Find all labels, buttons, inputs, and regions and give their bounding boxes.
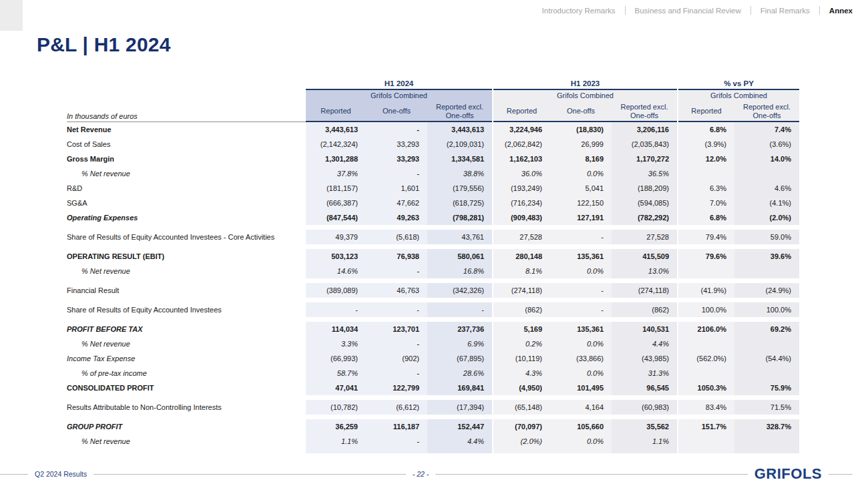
value-cell (734, 264, 799, 278)
table-row: % Net revenue14.6%-16.8%8.1%0.0%13.0% (67, 264, 799, 278)
table-row: % Net revenue37.8%-38.8%36.0%0.0%36.5% (67, 166, 799, 181)
table-row: Share of Results of Equity Accounted Inv… (67, 225, 799, 244)
value-cell (306, 449, 366, 453)
footer-rule (829, 474, 853, 475)
value-cell: 280,148 (493, 249, 550, 264)
value-cell: (274,118) (612, 283, 677, 298)
slide-footer: Q2 2024 Results - 22 - GRIFOLS (0, 465, 853, 483)
row-label: CONSOLIDATED PROFIT (67, 381, 306, 395)
value-cell: 26,999 (550, 137, 612, 152)
nav-business-financial-review[interactable]: Business and Financial Review (635, 7, 741, 15)
period-h1-2023: H1 2023 (493, 79, 677, 90)
subtitle-header-spacer (67, 90, 306, 101)
row-label (67, 449, 306, 463)
value-cell (734, 166, 799, 181)
footer-rule (93, 474, 406, 475)
value-cell: - (366, 366, 427, 381)
value-cell: 12.0% (678, 152, 734, 166)
value-cell: 122,799 (366, 381, 427, 395)
nav-divider (819, 6, 820, 15)
row-label: Net Revenue (67, 122, 306, 137)
value-cell: (181,157) (306, 181, 366, 196)
value-cell: 4.4% (612, 336, 677, 351)
value-cell (734, 434, 799, 449)
value-cell: 7.4% (734, 122, 799, 137)
grifols-logo: GRIFOLS (754, 465, 822, 483)
value-cell: 114,034 (306, 322, 366, 336)
value-cell: (70,097) (493, 419, 550, 434)
nav-introductory-remarks[interactable]: Introductory Remarks (542, 7, 616, 15)
value-cell: 31.3% (612, 366, 677, 381)
row-label: PROFIT BEFORE TAX (67, 322, 306, 336)
value-cell: 3,224,946 (493, 122, 550, 137)
value-cell: 33,293 (366, 137, 427, 152)
nav-final-remarks[interactable]: Final Remarks (761, 7, 810, 15)
value-cell: 123,701 (366, 322, 427, 336)
value-cell: 46,763 (366, 283, 427, 298)
nav-annex[interactable]: Annex (829, 7, 853, 15)
table-row: Share of Results of Equity Accounted Inv… (67, 298, 799, 317)
value-cell: 43,761 (427, 230, 492, 244)
value-cell: (10,119) (493, 351, 550, 366)
value-cell: (847,544) (306, 210, 366, 225)
value-cell: 76,938 (366, 249, 427, 264)
value-cell: 1050.3% (678, 381, 734, 395)
value-cell: 8,169 (550, 152, 612, 166)
value-cell: 49,379 (306, 230, 366, 244)
value-cell: (902) (366, 351, 427, 366)
row-label: Financial Result (67, 283, 306, 298)
value-cell: 5,041 (550, 181, 612, 196)
value-cell: (10,782) (306, 400, 366, 415)
value-cell: (782,292) (612, 210, 677, 225)
value-cell: 580,061 (427, 249, 492, 264)
row-label: OPERATING RESULT (EBIT) (67, 249, 306, 264)
value-cell: 49,263 (366, 210, 427, 225)
value-cell (366, 449, 427, 453)
footer-rule (435, 474, 748, 475)
value-cell: (17,394) (427, 400, 492, 415)
value-cell: (65,148) (493, 400, 550, 415)
value-cell: 1.1% (306, 434, 366, 449)
value-cell (734, 449, 799, 453)
value-cell: 0.2% (493, 336, 550, 351)
value-cell: 100.0% (678, 302, 734, 317)
col-h1-2023-reported-excl: Reported excl. One-offs (612, 101, 677, 122)
value-cell: 1,162,103 (493, 152, 550, 166)
value-cell (550, 449, 612, 453)
value-cell: - (550, 283, 612, 298)
table-row: GROUP PROFIT36,259116,187152,447(70,097)… (67, 415, 799, 434)
row-label: GROUP PROFIT (67, 419, 306, 434)
value-cell: (342,326) (427, 283, 492, 298)
value-cell: - (427, 302, 492, 317)
value-cell: 4.4% (427, 434, 492, 449)
table-row: % Net revenue3.3%-6.9%0.2%0.0%4.4% (67, 336, 799, 351)
value-cell: - (550, 230, 612, 244)
value-cell: (41.9%) (678, 283, 734, 298)
subtitle-h1-2024: Grifols Combined (306, 90, 492, 101)
col-h1-2024-one-offs: One-offs (366, 101, 427, 122)
value-cell: (179,556) (427, 181, 492, 196)
nav-divider (750, 6, 751, 15)
value-cell: 0.0% (550, 434, 612, 449)
value-cell: (562.0%) (678, 351, 734, 366)
table-row: Income Tax Expense(66,993)(902)(67,895)(… (67, 351, 799, 366)
value-cell: (274,118) (493, 283, 550, 298)
value-cell: 3,206,116 (612, 122, 677, 137)
value-cell (678, 166, 734, 181)
value-cell: 6.3% (678, 181, 734, 196)
value-cell: 1,301,288 (306, 152, 366, 166)
value-cell: (909,483) (493, 210, 550, 225)
value-cell: 1,170,272 (612, 152, 677, 166)
value-cell: 0.0% (550, 336, 612, 351)
value-cell: (666,387) (306, 196, 366, 210)
footer-rule (0, 474, 28, 475)
value-cell: - (366, 166, 427, 181)
value-cell: 6.8% (678, 210, 734, 225)
value-cell: (4,950) (493, 381, 550, 395)
table-period-header: H1 2024 H1 2023 % vs PY (67, 79, 799, 90)
value-cell: (24.9%) (734, 283, 799, 298)
period-vs-py: % vs PY (678, 79, 799, 90)
table-column-header: In thousands of euros Reported One-offs … (67, 101, 799, 122)
value-cell: (716,234) (493, 196, 550, 210)
table-subtitle-header: Grifols Combined Grifols Combined Grifol… (67, 90, 799, 101)
